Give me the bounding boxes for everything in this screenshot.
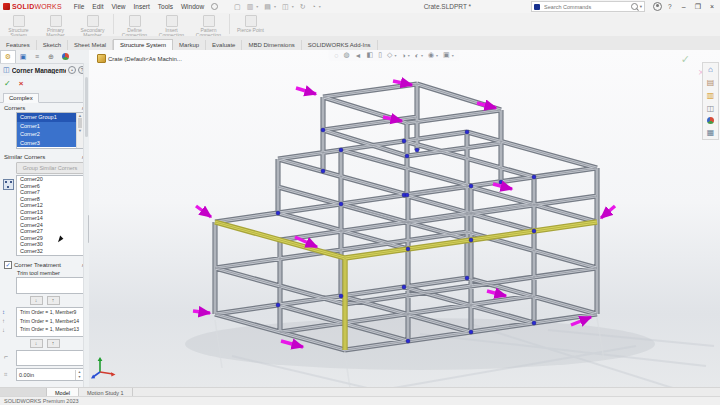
tab-structure-system[interactable]: Structure System	[113, 39, 173, 50]
confirmation-corner-ok-icon[interactable]: ✓	[681, 53, 690, 66]
save-icon[interactable]: ▤	[264, 3, 271, 11]
user-account-icon[interactable]	[653, 2, 662, 11]
corner-treatment-checkbox[interactable]: ✓	[4, 261, 12, 269]
list-item[interactable]: Trim Order = 1, Member9	[17, 308, 83, 317]
restore-button[interactable]: ❐	[695, 3, 701, 11]
insert-connection-element-icon	[166, 15, 178, 27]
feature-manager-tab[interactable]: ▣	[16, 50, 30, 63]
trim-selection-icon: ⌐	[4, 353, 8, 360]
edit-appearance-icon[interactable]: ◉	[428, 51, 434, 59]
move-up-button[interactable]: ↑	[47, 339, 60, 348]
structure-system-button[interactable]: Structure System	[0, 15, 37, 38]
property-manager-tab[interactable]: ⚙	[0, 50, 16, 63]
reorder-controls: ↕ ↑ ↓	[2, 309, 5, 333]
flyout-feature-tree[interactable]: Crate (Default<As Machin...	[97, 54, 182, 63]
move-down-button[interactable]: ↓	[30, 296, 43, 305]
tab-sketch[interactable]: Sketch	[37, 40, 68, 50]
list-item[interactable]: Corner2	[17, 130, 83, 139]
trim-selection-box[interactable]	[16, 350, 84, 366]
tab-mbd-dimensions[interactable]: MBD Dimensions	[242, 40, 301, 50]
gap-distance-spinner[interactable]: 0.00in ▲▼	[16, 368, 84, 381]
list-item[interactable]: Corner1	[17, 122, 83, 131]
title-bar: SOLIDWORKS File Edit View Insert Tools W…	[0, 0, 720, 14]
tab-complex[interactable]: Complex	[3, 93, 39, 103]
primary-member-button[interactable]: Primary Member	[37, 15, 74, 38]
print-icon[interactable]: ◫	[282, 3, 289, 11]
tab-solidworks-addins[interactable]: SOLIDWORKS Add-Ins	[302, 40, 378, 50]
appearances-icon[interactable]	[707, 117, 714, 124]
menu-tools[interactable]: Tools	[158, 3, 173, 10]
view-palette-icon[interactable]: ◫	[707, 104, 715, 113]
close-button[interactable]: ×	[710, 3, 714, 11]
help-icon[interactable]: ?	[668, 3, 672, 10]
custom-properties-icon[interactable]: ▦	[707, 128, 715, 137]
corner-treatment-group-header[interactable]: ✓ Corner Treatment ∧	[0, 259, 89, 270]
menu-window[interactable]: Window	[181, 3, 204, 10]
move-down-button[interactable]: ↓	[30, 339, 43, 348]
frame-members[interactable]	[215, 84, 597, 350]
configuration-manager-tab[interactable]: ≡	[30, 50, 44, 63]
search-caret-icon[interactable]: ▾	[640, 4, 642, 9]
tab-markup[interactable]: Markup	[173, 40, 206, 50]
previous-view-icon[interactable]: ◄	[355, 52, 362, 59]
similar-corners-listbox[interactable]: Corner20 Corner6 Corner7 Corner8 Corner1…	[16, 175, 84, 256]
menu-insert[interactable]: Insert	[134, 3, 150, 10]
list-item[interactable]: Corner32	[17, 248, 83, 255]
search-input[interactable]	[542, 3, 631, 11]
tab-sheet-metal[interactable]: Sheet Metal	[68, 40, 113, 50]
options-icon[interactable]: ◔	[312, 3, 316, 10]
corners-scrollbar[interactable]: ▲▼	[76, 113, 83, 148]
open-icon[interactable]: ▥	[247, 3, 254, 11]
solidworks-logo-icon	[3, 3, 10, 10]
similar-corners-group-header[interactable]: Similar Corners ∧	[0, 152, 89, 161]
dynamic-annotation-icon[interactable]: ▯	[378, 51, 382, 59]
list-item[interactable]: Trim Order = 1, Member13	[17, 325, 83, 334]
corners-listbox[interactable]: Corner Group1 Corner1 Corner2 Corner3 ▲▼	[16, 112, 84, 149]
graphics-viewport[interactable]: Crate (Default<As Machin... ◌ ◍ ◄ ◧ ▯ ◇▾…	[89, 50, 720, 388]
pierce-point-icon	[245, 15, 257, 27]
order-down-icon[interactable]: ↓	[2, 327, 5, 333]
display-manager-tab[interactable]	[58, 50, 72, 63]
list-item[interactable]: Corner3	[17, 139, 83, 148]
view-orientation-icon[interactable]: ◇	[387, 51, 392, 59]
list-item[interactable]: Trim Order = 1, Member14	[17, 317, 83, 326]
hide-show-items-icon[interactable]: ◐	[415, 52, 419, 59]
tab-features[interactable]: Features	[0, 40, 37, 50]
pierce-point-button[interactable]: Pierce Point	[232, 15, 269, 33]
pin-icon[interactable]: •	[68, 66, 76, 74]
cancel-button[interactable]: ×	[19, 79, 24, 88]
spinner-arrows[interactable]: ▲▼	[75, 370, 83, 380]
zoom-fit-icon[interactable]: ◌	[334, 52, 338, 59]
part-icon	[97, 54, 106, 63]
design-library-icon[interactable]: ▤	[707, 78, 715, 87]
minimize-button[interactable]: –	[682, 3, 686, 11]
menu-edit[interactable]: Edit	[92, 3, 103, 10]
file-explorer-icon[interactable]: ▥	[707, 91, 715, 100]
menu-view[interactable]: View	[112, 3, 126, 10]
property-manager-panel: ⚙ ▣ ≡ ⊕ ◫ Corner Management • ? ✓ × Comp…	[0, 50, 90, 388]
zoom-area-icon[interactable]: ◍	[343, 51, 349, 59]
order-up-icon[interactable]: ↑	[2, 318, 5, 324]
search-icon[interactable]	[631, 3, 638, 10]
dimxpert-manager-tab[interactable]: ⊕	[44, 50, 58, 63]
display-style-icon[interactable]: ◑	[401, 52, 405, 59]
model-3d-view[interactable]	[89, 50, 720, 388]
move-up-button[interactable]: ↑	[47, 296, 60, 305]
menu-pin-icon[interactable]	[211, 3, 218, 10]
view-settings-icon[interactable]: ▣	[443, 51, 450, 59]
group-similar-corners-button[interactable]: Group Similar Corners	[16, 162, 84, 174]
task-pane-strip: ⌂ ▤ ▥ ◫ ▦	[702, 62, 719, 140]
secondary-member-button[interactable]: Secondary Member	[74, 15, 111, 38]
ok-button[interactable]: ✓	[4, 79, 11, 88]
trim-order-listbox[interactable]: Trim Order = 1, Member9 Trim Order = 1, …	[16, 307, 84, 337]
section-view-icon[interactable]: ◧	[367, 51, 374, 59]
menu-file[interactable]: File	[74, 3, 84, 10]
rebuild-icon[interactable]: ↻	[300, 3, 306, 11]
corners-group-header[interactable]: Corners ∧	[0, 103, 89, 112]
home-icon[interactable]: ⌂	[708, 65, 713, 74]
trim-tool-member-box[interactable]	[16, 277, 84, 294]
tab-evaluate[interactable]: Evaluate	[206, 40, 242, 50]
list-item[interactable]: Corner Group1	[17, 113, 83, 122]
new-document-icon[interactable]: ▢	[234, 3, 241, 11]
swap-order-icon[interactable]: ↕	[2, 309, 5, 315]
